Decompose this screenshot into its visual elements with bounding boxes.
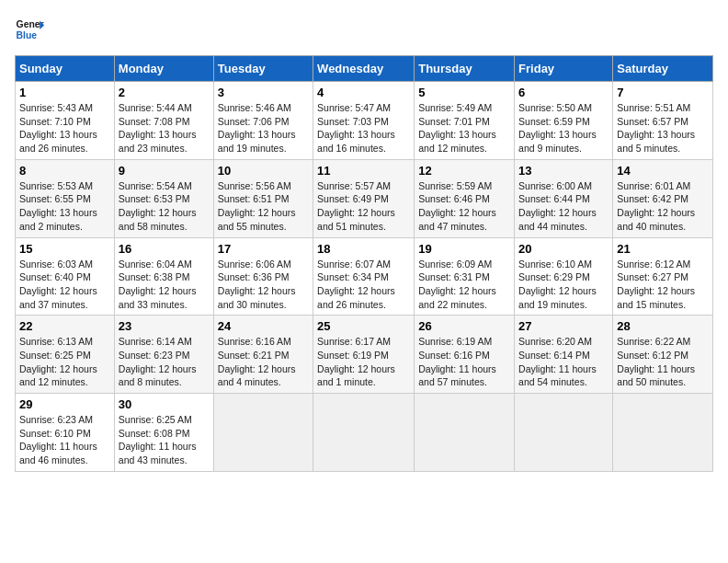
calendar-cell: 1Sunrise: 5:43 AM Sunset: 7:10 PM Daylig… <box>16 82 115 160</box>
logo: General Blue <box>15 15 44 44</box>
day-info: Sunrise: 5:46 AM Sunset: 7:06 PM Dayligh… <box>218 101 309 155</box>
day-info: Sunrise: 5:59 AM Sunset: 6:46 PM Dayligh… <box>418 179 510 234</box>
day-number: 20 <box>518 242 609 256</box>
day-number: 13 <box>518 164 609 178</box>
day-info: Sunrise: 5:50 AM Sunset: 6:59 PM Dayligh… <box>518 101 609 155</box>
day-info: Sunrise: 6:20 AM Sunset: 6:14 PM Dayligh… <box>518 335 609 389</box>
calendar-cell: 26Sunrise: 6:19 AM Sunset: 6:16 PM Dayli… <box>415 316 515 394</box>
calendar-cell: 17Sunrise: 6:06 AM Sunset: 6:36 PM Dayli… <box>213 237 313 316</box>
day-info: Sunrise: 6:13 AM Sunset: 6:25 PM Dayligh… <box>19 335 110 389</box>
day-info: Sunrise: 5:54 AM Sunset: 6:53 PM Dayligh… <box>119 179 210 234</box>
calendar-cell: 16Sunrise: 6:04 AM Sunset: 6:38 PM Dayli… <box>114 237 213 316</box>
day-info: Sunrise: 6:10 AM Sunset: 6:29 PM Dayligh… <box>518 258 609 312</box>
calendar-cell: 8Sunrise: 5:53 AM Sunset: 6:55 PM Daylig… <box>16 159 115 237</box>
calendar-week-1: 1Sunrise: 5:43 AM Sunset: 7:10 PM Daylig… <box>16 82 713 160</box>
calendar-cell: 14Sunrise: 6:01 AM Sunset: 6:42 PM Dayli… <box>613 159 713 237</box>
calendar-cell: 4Sunrise: 5:47 AM Sunset: 7:03 PM Daylig… <box>313 82 415 160</box>
svg-text:Blue: Blue <box>17 30 38 40</box>
day-info: Sunrise: 5:44 AM Sunset: 7:08 PM Dayligh… <box>119 101 210 155</box>
day-info: Sunrise: 6:00 AM Sunset: 6:44 PM Dayligh… <box>518 179 609 234</box>
day-info: Sunrise: 5:56 AM Sunset: 6:51 PM Dayligh… <box>218 179 309 234</box>
weekday-header-monday: Monday <box>114 56 213 82</box>
calendar-cell: 11Sunrise: 5:57 AM Sunset: 6:49 PM Dayli… <box>313 159 415 237</box>
day-number: 5 <box>418 86 510 99</box>
calendar-cell <box>415 394 515 472</box>
calendar-cell: 10Sunrise: 5:56 AM Sunset: 6:51 PM Dayli… <box>213 159 313 237</box>
weekday-header-saturday: Saturday <box>613 56 713 82</box>
day-number: 30 <box>119 397 210 411</box>
day-number: 2 <box>119 86 210 99</box>
day-number: 18 <box>317 242 410 256</box>
day-number: 16 <box>119 242 210 256</box>
day-info: Sunrise: 6:06 AM Sunset: 6:36 PM Dayligh… <box>218 258 309 312</box>
day-number: 11 <box>317 164 410 178</box>
day-info: Sunrise: 6:01 AM Sunset: 6:42 PM Dayligh… <box>617 179 709 234</box>
calendar-week-2: 8Sunrise: 5:53 AM Sunset: 6:55 PM Daylig… <box>16 159 713 237</box>
calendar-week-3: 15Sunrise: 6:03 AM Sunset: 6:40 PM Dayli… <box>16 237 713 316</box>
day-number: 7 <box>617 86 709 99</box>
weekday-header-sunday: Sunday <box>16 56 115 82</box>
day-info: Sunrise: 6:14 AM Sunset: 6:23 PM Dayligh… <box>119 335 210 389</box>
day-info: Sunrise: 6:23 AM Sunset: 6:10 PM Dayligh… <box>19 413 110 467</box>
calendar-cell: 18Sunrise: 6:07 AM Sunset: 6:34 PM Dayli… <box>313 237 415 316</box>
day-number: 21 <box>617 242 709 256</box>
calendar-cell <box>213 394 313 472</box>
calendar-cell <box>515 394 613 472</box>
page-header: General Blue <box>15 15 713 44</box>
day-number: 4 <box>317 86 410 99</box>
calendar-cell: 19Sunrise: 6:09 AM Sunset: 6:31 PM Dayli… <box>415 237 515 316</box>
calendar-cell: 9Sunrise: 5:54 AM Sunset: 6:53 PM Daylig… <box>114 159 213 237</box>
day-number: 8 <box>19 164 110 178</box>
day-info: Sunrise: 6:09 AM Sunset: 6:31 PM Dayligh… <box>418 258 510 312</box>
day-info: Sunrise: 6:03 AM Sunset: 6:40 PM Dayligh… <box>19 258 110 312</box>
calendar-cell: 20Sunrise: 6:10 AM Sunset: 6:29 PM Dayli… <box>515 237 613 316</box>
calendar-cell: 6Sunrise: 5:50 AM Sunset: 6:59 PM Daylig… <box>515 82 613 160</box>
calendar-cell: 21Sunrise: 6:12 AM Sunset: 6:27 PM Dayli… <box>613 237 713 316</box>
calendar-cell: 22Sunrise: 6:13 AM Sunset: 6:25 PM Dayli… <box>16 316 115 394</box>
calendar-cell: 29Sunrise: 6:23 AM Sunset: 6:10 PM Dayli… <box>16 394 115 472</box>
calendar-cell: 2Sunrise: 5:44 AM Sunset: 7:08 PM Daylig… <box>114 82 213 160</box>
logo-icon: General Blue <box>15 15 44 44</box>
weekday-header-friday: Friday <box>515 56 613 82</box>
day-number: 24 <box>218 319 309 333</box>
calendar-cell: 13Sunrise: 6:00 AM Sunset: 6:44 PM Dayli… <box>515 159 613 237</box>
calendar-cell: 12Sunrise: 5:59 AM Sunset: 6:46 PM Dayli… <box>415 159 515 237</box>
day-number: 6 <box>518 86 609 99</box>
day-number: 27 <box>518 319 609 333</box>
day-info: Sunrise: 5:53 AM Sunset: 6:55 PM Dayligh… <box>19 179 110 234</box>
day-number: 17 <box>218 242 309 256</box>
day-number: 25 <box>317 319 410 333</box>
calendar-cell: 5Sunrise: 5:49 AM Sunset: 7:01 PM Daylig… <box>415 82 515 160</box>
day-number: 26 <box>418 319 510 333</box>
day-info: Sunrise: 6:17 AM Sunset: 6:19 PM Dayligh… <box>317 335 410 389</box>
day-info: Sunrise: 6:07 AM Sunset: 6:34 PM Dayligh… <box>317 258 410 312</box>
day-number: 12 <box>418 164 510 178</box>
day-number: 15 <box>19 242 110 256</box>
calendar-cell <box>313 394 415 472</box>
day-info: Sunrise: 5:43 AM Sunset: 7:10 PM Dayligh… <box>19 101 110 155</box>
calendar-cell: 3Sunrise: 5:46 AM Sunset: 7:06 PM Daylig… <box>213 82 313 160</box>
weekday-header-row: SundayMondayTuesdayWednesdayThursdayFrid… <box>16 56 713 82</box>
day-info: Sunrise: 6:22 AM Sunset: 6:12 PM Dayligh… <box>617 335 709 389</box>
day-info: Sunrise: 5:47 AM Sunset: 7:03 PM Dayligh… <box>317 101 410 155</box>
calendar-cell: 7Sunrise: 5:51 AM Sunset: 6:57 PM Daylig… <box>613 82 713 160</box>
day-info: Sunrise: 6:19 AM Sunset: 6:16 PM Dayligh… <box>418 335 510 389</box>
day-info: Sunrise: 6:12 AM Sunset: 6:27 PM Dayligh… <box>617 258 709 312</box>
day-info: Sunrise: 5:51 AM Sunset: 6:57 PM Dayligh… <box>617 101 709 155</box>
calendar-week-5: 29Sunrise: 6:23 AM Sunset: 6:10 PM Dayli… <box>16 394 713 472</box>
weekday-header-wednesday: Wednesday <box>313 56 415 82</box>
calendar-cell: 28Sunrise: 6:22 AM Sunset: 6:12 PM Dayli… <box>613 316 713 394</box>
calendar-cell: 25Sunrise: 6:17 AM Sunset: 6:19 PM Dayli… <box>313 316 415 394</box>
calendar-cell: 30Sunrise: 6:25 AM Sunset: 6:08 PM Dayli… <box>114 394 213 472</box>
day-number: 22 <box>19 319 110 333</box>
day-number: 1 <box>19 86 110 99</box>
day-info: Sunrise: 5:49 AM Sunset: 7:01 PM Dayligh… <box>418 101 510 155</box>
day-number: 29 <box>19 397 110 411</box>
day-number: 14 <box>617 164 709 178</box>
day-number: 3 <box>218 86 309 99</box>
calendar-cell <box>613 394 713 472</box>
calendar-cell: 15Sunrise: 6:03 AM Sunset: 6:40 PM Dayli… <box>16 237 115 316</box>
calendar-table: SundayMondayTuesdayWednesdayThursdayFrid… <box>15 55 713 472</box>
day-number: 19 <box>418 242 510 256</box>
calendar-cell: 23Sunrise: 6:14 AM Sunset: 6:23 PM Dayli… <box>114 316 213 394</box>
